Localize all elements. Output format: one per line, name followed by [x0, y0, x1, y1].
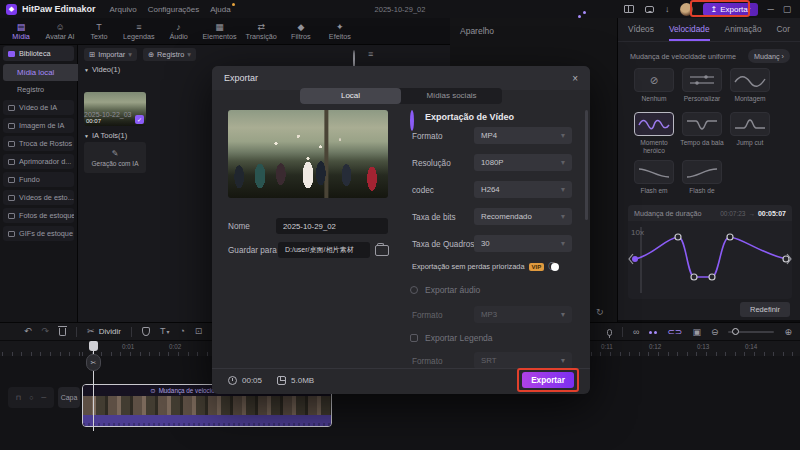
playhead-handle[interactable]	[89, 341, 98, 351]
bitrate-select[interactable]: Recomendado▾	[474, 208, 572, 225]
audio-export-radio[interactable]	[410, 286, 418, 294]
zoom-in-icon[interactable]: ⊕	[784, 328, 792, 337]
playhead-split-badge[interactable]: ✂	[86, 354, 101, 371]
curve-point[interactable]	[675, 234, 681, 240]
preset-tempo-da-bala[interactable]	[682, 112, 722, 136]
export-confirm-button[interactable]: Exportar	[522, 372, 574, 388]
ribbon-tab-texto[interactable]: TTexto	[84, 22, 114, 41]
tab-cor[interactable]: Cor	[777, 18, 790, 41]
track-magnet-icon[interactable]: ⊓	[16, 394, 21, 402]
export-top-button[interactable]: ↥ Exportar	[703, 3, 759, 16]
jump-cut-curve-icon	[733, 115, 767, 133]
zoom-slider-knob[interactable]	[732, 328, 739, 335]
tab-velocidade[interactable]: Velocidade	[669, 18, 710, 41]
feedback-icon[interactable]	[645, 6, 654, 13]
minimize-button[interactable]: ─	[767, 4, 773, 14]
export-name-input[interactable]	[276, 218, 388, 234]
import-icon: ⊞	[89, 50, 95, 59]
sidebar-item-imagem-ia[interactable]: Imagem de IA	[3, 118, 74, 133]
import-button[interactable]: ⊞Importar▾	[84, 48, 137, 61]
redo-icon[interactable]: ↷	[42, 327, 50, 336]
curve-point[interactable]	[709, 274, 715, 280]
uniform-speed-label[interactable]: Mudança de velocidade uniforme	[630, 52, 736, 61]
save-path-input[interactable]	[278, 242, 370, 258]
shield-icon[interactable]	[142, 327, 150, 336]
ai-generation-card[interactable]: ✎ Geração com IA	[84, 142, 146, 173]
reset-button[interactable]: Redefinir	[740, 302, 790, 317]
preset-flash-em[interactable]	[634, 160, 674, 184]
download-icon[interactable]: ↓	[665, 4, 670, 14]
text-tool-button[interactable]: T▾	[160, 327, 170, 336]
browse-folder-icon[interactable]	[375, 245, 389, 256]
menu-configuracoes[interactable]: Configurações	[148, 5, 200, 14]
video-export-radio[interactable]	[410, 110, 414, 131]
ribbon-tab-filtros[interactable]: ◆Filtros	[286, 22, 316, 41]
sidebar-item-fundo[interactable]: Fundo	[3, 172, 74, 187]
sidebar-item-aprimorador[interactable]: Aprimorador d...	[3, 154, 74, 169]
format-select[interactable]: MP4▾	[474, 127, 572, 144]
ia-tools-section-header[interactable]: ▼IA Tools(1)	[84, 131, 127, 140]
ribbon-tab-audio[interactable]: ♪Áudio	[164, 22, 194, 41]
curve-point[interactable]	[691, 274, 697, 280]
curve-point[interactable]	[632, 256, 638, 262]
link-clips-icon[interactable]: ∞	[633, 328, 639, 337]
dialog-tab-local[interactable]: Local	[300, 88, 401, 104]
cover-button[interactable]: Capa	[58, 387, 80, 408]
trash-icon[interactable]	[59, 328, 66, 336]
ribbon-tab-legendas[interactable]: ≡Legendas	[123, 22, 155, 41]
curve-point[interactable]	[727, 234, 733, 240]
user-avatar[interactable]	[680, 3, 693, 16]
ribbon-tab-elementos[interactable]: ▦Elementos	[203, 22, 237, 41]
sidebar-item-videos-estoque[interactable]: Vídeos de esto...	[3, 190, 74, 205]
tab-videos[interactable]: Vídeos	[628, 18, 654, 41]
sidebar-item-fotos-estoque[interactable]: Fotos de estoque	[3, 208, 74, 223]
preset-nenhum[interactable]: ⊘	[634, 68, 674, 92]
auto-split-icon[interactable]: ⊂⊃	[667, 328, 682, 337]
preset-montagem[interactable]	[730, 68, 770, 92]
sidebar-item-biblioteca[interactable]: Biblioteca	[3, 46, 74, 61]
speed-curve-editor[interactable]: 10x	[628, 221, 792, 299]
sidebar-item-gifs-estoque[interactable]: GIFs de estoque	[3, 226, 74, 241]
dialog-tab-midias-sociais[interactable]: Mídias sociais	[401, 88, 502, 104]
dialog-close-icon[interactable]: ×	[572, 73, 578, 84]
ribbon-tab-avatar-ai[interactable]: ☺Avatar AI	[45, 22, 75, 41]
maximize-button[interactable]: ▢	[783, 4, 792, 14]
ribbon-tab-midia[interactable]: ▤Mídia	[6, 22, 36, 41]
preset-flash-de[interactable]	[682, 160, 722, 184]
preset-momento-heroico[interactable]	[634, 112, 674, 136]
timeline-zoom-slider[interactable]	[728, 331, 774, 333]
preset-personalizar[interactable]	[682, 68, 722, 92]
microphone-icon[interactable]	[607, 329, 612, 336]
magnet-icon[interactable]	[649, 331, 657, 334]
record-button[interactable]: ⊕Registro▾	[143, 48, 196, 61]
sidebar-item-video-ia[interactable]: Vídeo de IA	[3, 100, 74, 115]
tab-animacao[interactable]: Animação	[725, 18, 762, 41]
split-button[interactable]: ✂ Dividir	[87, 327, 121, 336]
menu-arquivo[interactable]: Arquivo	[110, 5, 137, 14]
framerate-select[interactable]: 30▾	[474, 235, 572, 252]
undo-icon[interactable]: ↶	[24, 327, 32, 336]
track-mute-icon[interactable]: ○	[29, 394, 33, 401]
resolution-select[interactable]: 1080P▾	[474, 154, 572, 171]
track-hide-icon[interactable]: ─	[41, 394, 46, 401]
layout-panel-icon[interactable]	[624, 5, 634, 13]
ribbon-tab-efeitos[interactable]: ✦Efeitos	[325, 22, 355, 41]
codec-select[interactable]: H264▾	[474, 181, 572, 198]
menu-ajuda[interactable]: Ajuda	[210, 5, 230, 14]
media-clip-thumbnail[interactable]: 00:07 ✓	[84, 92, 146, 126]
zoom-out-icon[interactable]: ⊖	[711, 328, 719, 337]
sort-icon[interactable]: ≡	[368, 49, 373, 59]
crop-icon[interactable]: ⊡	[195, 327, 203, 336]
sidebar-item-registro[interactable]: Registro	[3, 82, 74, 97]
fullscreen-loop-icon[interactable]: ↻	[596, 307, 604, 317]
speed-gauge-icon[interactable]: ◔	[179, 327, 184, 336]
curve-point[interactable]	[783, 256, 789, 262]
ribbon-tab-transicao[interactable]: ⇄Transição	[246, 22, 277, 41]
dialog-scrollbar[interactable]	[585, 110, 588, 220]
preset-jump-cut[interactable]	[730, 112, 770, 136]
curve-speed-button[interactable]: Mudanç›	[748, 49, 790, 63]
subtitle-export-checkbox[interactable]	[410, 334, 418, 342]
video-section-header[interactable]: ▼Video(1)	[84, 65, 120, 74]
sidebar-item-troca-rostos[interactable]: Troca de Rostos	[3, 136, 74, 151]
keyframe-icon[interactable]: ▣	[692, 328, 701, 337]
